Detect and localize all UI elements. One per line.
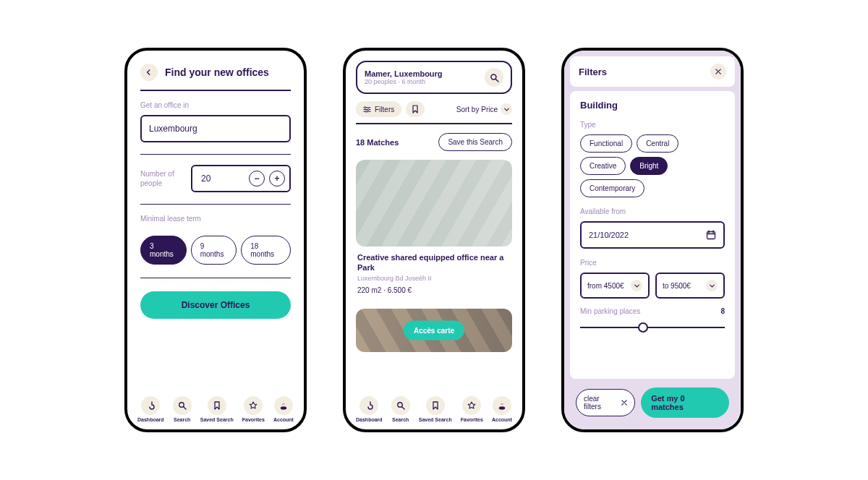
people-label: Number ofpeople: [140, 169, 182, 188]
people-value: 20: [201, 173, 244, 184]
listing-card[interactable]: Creative shared equipped office near a P…: [356, 160, 512, 300]
chevron-down-icon: [631, 280, 642, 291]
matches-count: 18 Matches: [356, 138, 399, 147]
svg-point-9: [501, 403, 503, 405]
lease-label: Minimal lease term: [140, 215, 291, 223]
listing-title: Creative shared equipped office near a P…: [356, 247, 512, 275]
location-input[interactable]: [140, 115, 291, 142]
type-bright[interactable]: Bright: [630, 157, 668, 175]
svg-point-5: [367, 108, 369, 110]
tab-favorites[interactable]: Favorites: [461, 396, 483, 422]
svg-point-6: [365, 111, 367, 112]
sliders-icon: [363, 106, 371, 113]
tab-bar: Dashboard Search Saved Search Favorites …: [127, 392, 304, 429]
svg-point-2: [282, 403, 285, 405]
tab-search[interactable]: Search: [173, 396, 192, 422]
search-sub: 20 peoples · 6 month: [365, 78, 479, 85]
svg-rect-10: [707, 232, 715, 239]
type-contemporary[interactable]: Contemporary: [580, 179, 644, 197]
type-creative[interactable]: Creative: [580, 157, 626, 175]
save-search-button[interactable]: Save this Search: [438, 133, 512, 151]
price-to-select[interactable]: to 9500€: [655, 273, 725, 299]
slider-thumb[interactable]: [638, 322, 648, 333]
account-icon: [493, 396, 511, 415]
get-matches-button[interactable]: Get my 0 matches: [641, 387, 729, 418]
tab-favorites[interactable]: Favorites: [242, 396, 265, 422]
close-button[interactable]: [710, 64, 726, 80]
account-icon: [274, 396, 293, 415]
close-icon: [715, 69, 721, 74]
filters-button[interactable]: Filters: [356, 101, 401, 117]
slider-track: [580, 327, 725, 328]
listing-image: [356, 160, 512, 247]
chevron-down-icon: [501, 103, 512, 115]
tab-account[interactable]: Account: [273, 396, 294, 422]
svg-point-4: [365, 106, 366, 108]
close-icon: [621, 400, 627, 406]
star-icon: [244, 396, 263, 415]
tab-search[interactable]: Search: [391, 396, 410, 422]
date-input[interactable]: 21/10/2022: [580, 221, 725, 249]
discover-button[interactable]: Discover Offices: [140, 291, 291, 319]
search-icon: [485, 68, 503, 87]
location-label: Get an office in: [140, 101, 291, 109]
search-icon: [173, 396, 192, 415]
tab-dashboard[interactable]: Dashboard: [137, 396, 164, 422]
bookmark-plus-icon: [411, 105, 420, 113]
avail-label: Available from: [580, 207, 725, 215]
filters-title: Filters: [579, 67, 607, 77]
tab-saved-search[interactable]: Saved Search: [200, 396, 234, 422]
type-chips: Functional Central Creative Bright Conte…: [580, 134, 725, 197]
divider: [140, 278, 291, 278]
bookmark-icon: [208, 396, 226, 415]
page-title: Find your new offices: [165, 67, 269, 78]
price-from-select[interactable]: from 4500€: [580, 273, 650, 299]
phone-results: Mamer, Luxembourg 20 peoples · 6 month F…: [343, 48, 525, 432]
type-central[interactable]: Central: [637, 134, 678, 153]
date-value: 21/10/2022: [589, 231, 629, 239]
chevron-down-icon: [706, 280, 718, 291]
price-label: Price: [580, 259, 725, 267]
listing-meta: 220 m2 · 6.500 €: [356, 286, 512, 300]
search-location: Mamer, Luxembourg: [365, 69, 479, 78]
phone-search-form: Find your new offices Get an office in N…: [124, 48, 307, 432]
svg-point-8: [499, 406, 505, 409]
map-access-button[interactable]: Accès carte: [404, 320, 464, 340]
decrement-button[interactable]: −: [249, 171, 265, 187]
svg-point-3: [490, 74, 495, 79]
type-functional[interactable]: Functional: [580, 134, 632, 153]
search-icon: [391, 396, 410, 415]
lease-option-18m[interactable]: 18 months: [241, 236, 291, 265]
tab-account[interactable]: Account: [492, 396, 512, 422]
tab-dashboard[interactable]: Dashboard: [356, 396, 383, 422]
clear-filters-button[interactable]: clear filters: [576, 389, 635, 416]
lease-options: 3 months 9 months 18 months: [127, 228, 304, 265]
svg-point-1: [281, 406, 286, 409]
listing-card-partial: Accès carte: [356, 309, 512, 352]
lease-option-3m[interactable]: 3 months: [140, 236, 187, 265]
phone-filters: Filters Building Type Functional Central…: [561, 48, 744, 432]
svg-point-7: [397, 403, 401, 407]
dashboard-icon: [141, 396, 160, 415]
sort-button[interactable]: Sort by Price: [456, 103, 512, 115]
listing-sub: Luxembourg Bd Joseèh II: [356, 275, 512, 286]
tab-saved-search[interactable]: Saved Search: [419, 396, 452, 422]
calendar-icon: [706, 230, 716, 240]
parking-value: 8: [720, 307, 725, 315]
parking-slider[interactable]: [580, 322, 725, 333]
bookmark-icon: [426, 396, 445, 415]
dashboard-icon: [359, 396, 378, 415]
search-bar[interactable]: Mamer, Luxembourg 20 peoples · 6 month: [356, 61, 512, 94]
people-stepper: 20 − +: [191, 165, 291, 192]
back-button[interactable]: [140, 64, 158, 81]
filters-section: Building: [580, 100, 725, 111]
tab-bar: Dashboard Search Saved Search Favorites …: [346, 392, 522, 429]
save-search-icon-button[interactable]: [406, 101, 425, 117]
parking-label: Min parking places: [580, 307, 640, 315]
lease-option-9m[interactable]: 9 months: [191, 236, 237, 265]
svg-point-0: [179, 403, 183, 407]
chevron-left-icon: [146, 69, 152, 75]
increment-button[interactable]: +: [269, 171, 285, 187]
star-icon: [462, 396, 481, 415]
type-label: Type: [580, 121, 725, 129]
